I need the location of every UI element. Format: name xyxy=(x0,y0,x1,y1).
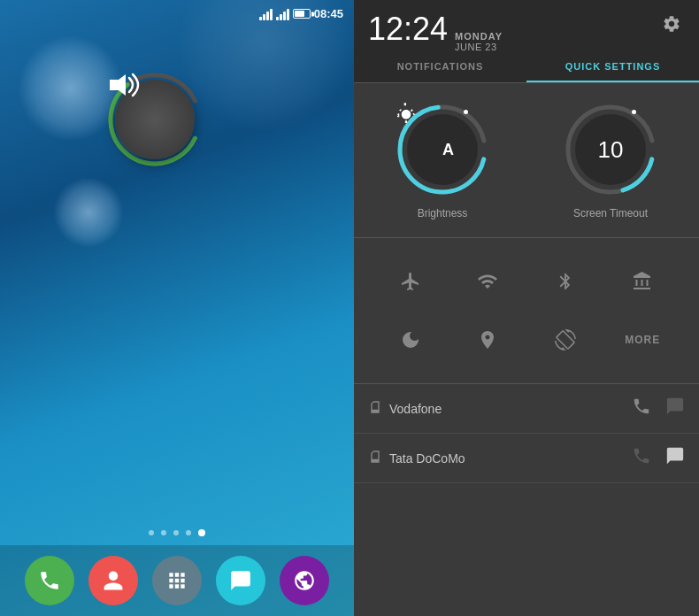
timeout-label: Screen Timeout xyxy=(573,207,648,219)
dot-1 xyxy=(149,530,154,535)
dock-apps[interactable] xyxy=(152,556,202,605)
toggle-row-1 xyxy=(354,252,699,311)
speaker-icon xyxy=(106,71,142,99)
more-button[interactable]: MORE xyxy=(620,318,664,362)
carriers-section: Vodafone Tata DoCoMo xyxy=(354,384,699,616)
timeout-indicator-dot xyxy=(632,110,636,114)
qs-time-block: 12:24 MONDAY JUNE 23 xyxy=(368,11,503,52)
vodafone-call-button[interactable] xyxy=(632,397,651,420)
svg-marker-2 xyxy=(110,74,126,96)
qs-time: 12:24 xyxy=(368,11,448,48)
bokeh-2 xyxy=(53,177,124,248)
vodafone-message-button[interactable] xyxy=(665,397,685,420)
timeout-value: 10 xyxy=(598,136,624,164)
dock-contacts[interactable] xyxy=(88,556,138,605)
quick-settings-panel: 12:24 MONDAY JUNE 23 NOTIFICATIONS QUICK… xyxy=(354,0,699,616)
qs-day: MONDAY xyxy=(455,31,503,42)
brightness-circle[interactable]: A A xyxy=(394,101,491,198)
qs-header: 12:24 MONDAY JUNE 23 xyxy=(354,0,699,52)
carrier-tata-actions xyxy=(632,446,685,470)
sim2-icon xyxy=(368,450,382,466)
volume-inner xyxy=(115,80,195,159)
carrier-vodafone: Vodafone xyxy=(354,384,699,434)
dot-3 xyxy=(173,530,179,535)
qs-date-block: MONDAY JUNE 23 xyxy=(455,31,503,52)
dot-4 xyxy=(186,530,191,535)
carrier-tata: Tata DoCoMo xyxy=(354,434,699,483)
quick-toggles: MORE xyxy=(354,238,699,384)
dot-5-active xyxy=(198,529,205,536)
brightness-indicator-dot xyxy=(464,110,468,114)
brightness-inner: A A xyxy=(407,114,478,185)
do-not-disturb-toggle[interactable] xyxy=(388,318,433,362)
timeout-circle[interactable]: 10 xyxy=(562,101,659,198)
home-screen: 08:45 xyxy=(0,0,354,616)
qs-date: JUNE 23 xyxy=(455,42,503,52)
screen-timeout-control[interactable]: 10 Screen Timeout xyxy=(531,101,690,219)
location-toggle[interactable] xyxy=(465,318,510,362)
tab-quick-settings[interactable]: QUICK SETTINGS xyxy=(526,52,699,82)
app-dock xyxy=(0,545,354,616)
tab-notifications[interactable]: NOTIFICATIONS xyxy=(354,52,526,82)
bokeh-4 xyxy=(177,0,354,133)
bluetooth-toggle[interactable] xyxy=(543,259,588,304)
tata-message-button[interactable] xyxy=(665,446,685,470)
dock-phone[interactable] xyxy=(25,556,74,605)
carrier-tata-name: Tata DoCoMo xyxy=(389,451,632,466)
rotate-toggle[interactable] xyxy=(543,318,588,362)
qs-tabs: NOTIFICATIONS QUICK SETTINGS xyxy=(354,52,699,83)
tata-call-button[interactable] xyxy=(632,446,651,470)
carrier-vodafone-name: Vodafone xyxy=(389,402,632,416)
settings-gear-button[interactable] xyxy=(658,11,685,42)
page-dots xyxy=(149,529,205,536)
qs-sliders-section: A A Brightness 10 xyxy=(354,83,699,238)
airplane-mode-toggle[interactable] xyxy=(388,259,433,304)
sim1-icon xyxy=(368,400,382,417)
more-label: MORE xyxy=(625,334,660,346)
toggle-row-2: MORE xyxy=(354,311,699,369)
carrier-vodafone-actions xyxy=(632,397,685,420)
timeout-inner: 10 xyxy=(575,114,646,185)
svg-text:A: A xyxy=(403,112,410,120)
wifi-toggle[interactable] xyxy=(465,259,510,304)
dock-browser[interactable] xyxy=(280,556,329,605)
brightness-control[interactable]: A A Brightness xyxy=(363,101,522,219)
dot-2 xyxy=(161,530,166,535)
dock-messages[interactable] xyxy=(216,556,265,605)
brightness-label: Brightness xyxy=(418,207,468,219)
battery-icon xyxy=(293,9,311,19)
volume-control[interactable] xyxy=(106,71,204,168)
data-toggle[interactable] xyxy=(620,259,664,304)
